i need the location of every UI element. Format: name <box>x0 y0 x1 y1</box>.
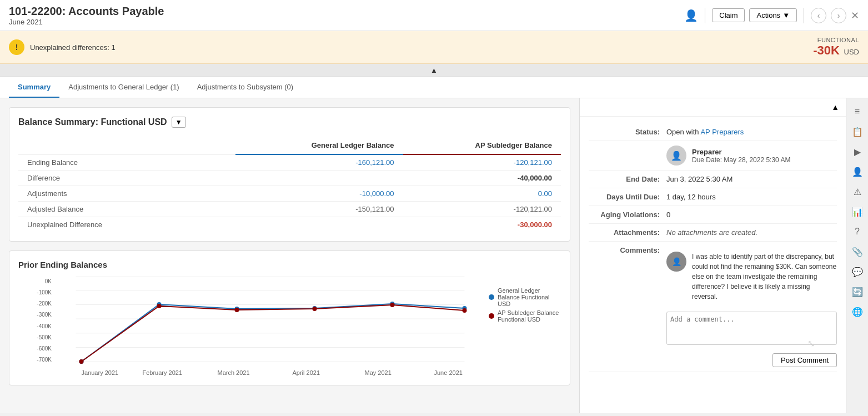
sidebar-help-icon[interactable]: ? <box>849 223 866 240</box>
chart-svg: January 2021 February 2021 March 2021 Ap… <box>56 276 484 376</box>
table-row: Difference -40,000.00 <box>18 171 561 186</box>
sidebar-list-icon[interactable]: ≡ <box>849 103 866 121</box>
row-ap-val: -120,121.00 <box>403 202 561 217</box>
tabs-bar: Summary Adjustments to General Ledger (1… <box>0 77 868 98</box>
table-row: Unexplained Difference -30,000.00 <box>18 217 561 233</box>
sidebar-attach-icon[interactable]: 📎 <box>849 243 866 260</box>
sidebar-warning-icon[interactable]: ⚠ <box>849 183 866 201</box>
person-icon: 👤 <box>684 9 698 22</box>
row-label: Adjusted Balance <box>18 202 235 217</box>
sidebar-play-icon[interactable]: ▶ <box>849 143 866 161</box>
comment-avatar: 👤 <box>666 252 686 272</box>
legend-dot-ap <box>489 313 494 319</box>
attachments-label: Attachments: <box>589 228 666 237</box>
right-panel-header: ▲ <box>580 98 846 117</box>
end-date-row: End Date: Jun 3, 2022 5:30 AM <box>589 171 837 188</box>
prev-button[interactable]: ‹ <box>811 8 826 23</box>
attachments-value: No attachments are created. <box>666 228 837 237</box>
legend-dot-gl <box>489 294 494 300</box>
comments-area: 👤 I was able to identify part of the dis… <box>666 246 837 367</box>
svg-text:April 2021: April 2021 <box>293 369 320 376</box>
warning-bar: ! Unexplained differences: 1 FUNCTIONAL … <box>0 31 868 64</box>
sidebar-doc-icon[interactable]: 📋 <box>849 123 866 141</box>
y-axis: 0K -100K -200K -300K -400K -500K -600K -… <box>18 276 52 376</box>
status-link[interactable]: AP Preparers <box>700 128 744 136</box>
collapse-icon: ▲ <box>430 66 438 74</box>
legend-item-gl: General Ledger Balance Functional USD <box>489 287 561 307</box>
panel-collapse-button[interactable]: ▲ <box>831 103 839 112</box>
collapse-bar[interactable]: ▲ <box>0 64 868 77</box>
row-gl-val <box>235 171 403 186</box>
row-ap-val: -120,121.00 <box>403 154 561 171</box>
row-label: Adjustments <box>18 186 235 202</box>
claim-button[interactable]: Claim <box>712 8 745 22</box>
legend-label-ap: AP Subledger Balance Functional USD <box>498 309 561 323</box>
comment-text: I was able to identify part of the discr… <box>692 252 837 302</box>
next-button[interactable]: › <box>831 8 846 23</box>
warning-left: ! Unexplained differences: 1 <box>9 39 116 55</box>
table-row: Adjustments -10,000.00 0.00 <box>18 186 561 202</box>
row-label: Unexplained Difference <box>18 217 235 233</box>
close-button[interactable]: ✕ <box>851 9 859 22</box>
prior-balances-card: Prior Ending Balances 0K -100K -200K -30… <box>9 250 570 385</box>
status-row: Status: Open with AP Preparers <box>589 123 837 141</box>
svg-text:February 2021: February 2021 <box>143 369 183 376</box>
row-ap-val: -40,000.00 <box>403 171 561 186</box>
preparer-avatar: 👤 <box>666 146 686 166</box>
sidebar-chat-icon[interactable]: 💬 <box>849 263 866 280</box>
end-date-value: Jun 3, 2022 5:30 AM <box>666 175 837 183</box>
col-gl-header: General Ledger Balance <box>235 137 403 154</box>
right-panel: ▲ Status: Open with AP Preparers 👤 Prepa… <box>579 98 846 413</box>
preparer-title: Preparer <box>692 148 790 156</box>
row-ap-val: -30,000.00 <box>403 217 561 233</box>
svg-text:June 2021: June 2021 <box>434 369 463 376</box>
sidebar-user-icon[interactable]: 👤 <box>849 163 866 181</box>
row-ap-val: 0.00 <box>403 186 561 202</box>
col-ap-header: AP Subledger Balance <box>403 137 561 154</box>
days-due-row: Days Until Due: 1 day, 12 hours <box>589 188 837 206</box>
comment-item: 👤 I was able to identify part of the dis… <box>666 246 837 307</box>
warning-currency: USD <box>844 48 859 56</box>
balance-table: General Ledger Balance AP Subledger Bala… <box>18 137 561 232</box>
left-panel: Balance Summary: Functional USD ▼ Genera… <box>0 98 579 413</box>
warning-icon: ! <box>9 39 24 55</box>
row-gl-val: -160,121.00 <box>235 154 403 171</box>
sidebar-data-icon[interactable]: 📊 <box>849 203 866 220</box>
sidebar-refresh-icon[interactable]: 🔄 <box>849 283 866 300</box>
svg-point-18 <box>463 308 467 313</box>
chart-legend: General Ledger Balance Functional USD AP… <box>489 276 561 376</box>
functional-label: FUNCTIONAL <box>813 37 859 43</box>
header-right: 👤 Claim Actions ▼ ‹ › ✕ <box>684 8 859 23</box>
aging-row: Aging Violations: 0 <box>589 206 837 224</box>
actions-button[interactable]: Actions ▼ <box>749 8 797 22</box>
card-title-text: Balance Summary: Functional USD <box>18 117 167 127</box>
days-due-label: Days Until Due: <box>589 193 666 201</box>
status-value: Open with AP Preparers <box>666 128 837 136</box>
sidebar-globe-icon[interactable]: 🌐 <box>849 303 866 320</box>
balance-summary-card: Balance Summary: Functional USD ▼ Genera… <box>9 107 570 242</box>
row-gl-val: -150,121.00 <box>235 202 403 217</box>
tab-summary[interactable]: Summary <box>9 77 59 98</box>
table-row: Ending Balance -160,121.00 -120,121.00 <box>18 154 561 171</box>
aging-label: Aging Violations: <box>589 210 666 219</box>
table-row: Adjusted Balance -150,121.00 -120,121.00 <box>18 202 561 217</box>
main-layout: Balance Summary: Functional USD ▼ Genera… <box>0 98 868 413</box>
svg-point-13 <box>79 359 84 364</box>
header-left: 101-22200: Accounts Payable June 2021 <box>9 5 164 26</box>
svg-point-17 <box>390 303 395 307</box>
chevron-down-icon: ▼ <box>782 11 790 19</box>
aging-value: 0 <box>666 210 837 219</box>
row-gl-val <box>235 217 403 233</box>
preparer-row: 👤 Preparer Due Date: May 28, 2022 5:30 A… <box>589 141 837 171</box>
preparer-info: Preparer Due Date: May 28, 2022 5:30 AM <box>692 148 790 164</box>
tab-sub[interactable]: Adjustments to Subsystem (0) <box>188 77 302 98</box>
svg-text:January 2021: January 2021 <box>82 369 119 376</box>
warning-right: FUNCTIONAL -30K USD <box>813 37 859 58</box>
tab-gl[interactable]: Adjustments to General Ledger (1) <box>59 77 188 98</box>
legend-item-ap: AP Subledger Balance Functional USD <box>489 309 561 323</box>
post-comment-button[interactable]: Post Comment <box>772 353 837 367</box>
balance-dropdown[interactable]: ▼ <box>172 117 186 128</box>
resize-icon: ⤡ <box>807 338 815 349</box>
page-subtitle: June 2021 <box>9 18 164 26</box>
row-label: Difference <box>18 171 235 186</box>
